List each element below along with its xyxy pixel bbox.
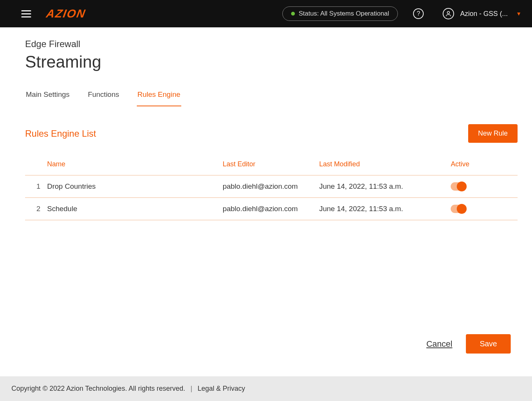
status-pill[interactable]: Status: All Systems Operational	[282, 6, 398, 21]
row-name: Drop Countries	[47, 182, 223, 191]
save-button[interactable]: Save	[466, 334, 511, 354]
breadcrumb: Edge Firewall	[25, 39, 518, 49]
chevron-down-icon: ▼	[516, 11, 521, 17]
cancel-button[interactable]: Cancel	[426, 339, 452, 349]
footer-copyright: Copyright © 2022 Azion Technologies. All…	[11, 385, 185, 393]
menu-icon[interactable]	[21, 10, 31, 17]
col-active: Active	[451, 160, 512, 168]
row-index: 2	[30, 205, 47, 213]
logo[interactable]: AZION	[45, 7, 87, 20]
row-editor: pablo.diehl@azion.com	[223, 205, 319, 213]
tab-functions[interactable]: Functions	[87, 87, 120, 106]
row-name: Schedule	[47, 205, 223, 213]
col-editor: Last Editor	[223, 160, 319, 168]
table-row[interactable]: 2 Schedule pablo.diehl@azion.com June 14…	[25, 198, 518, 220]
tab-rules-engine[interactable]: Rules Engine	[137, 87, 181, 106]
col-name: Name	[47, 160, 223, 168]
rules-table: # Name Last Editor Last Modified Active …	[25, 153, 518, 220]
table-header: # Name Last Editor Last Modified Active	[25, 153, 518, 175]
row-modified: June 14, 2022, 11:53 a.m.	[319, 182, 451, 191]
new-rule-button[interactable]: New Rule	[468, 124, 518, 143]
row-index: 1	[30, 182, 47, 191]
user-label: Azion - GSS (...	[460, 10, 508, 18]
svg-point-0	[447, 11, 450, 14]
page-body: Edge Firewall Streaming Main Settings Fu…	[0, 27, 532, 376]
footer: Copyright © 2022 Azion Technologies. All…	[0, 376, 532, 401]
help-icon[interactable]: ?	[413, 8, 424, 19]
page-title: Streaming	[25, 52, 518, 71]
list-header: Rules Engine List New Rule	[25, 124, 518, 143]
status-dot-icon	[291, 12, 295, 16]
tab-main-settings[interactable]: Main Settings	[25, 87, 70, 106]
footer-legal-link[interactable]: Legal & Privacy	[198, 385, 245, 393]
row-editor: pablo.diehl@azion.com	[223, 182, 319, 191]
active-toggle[interactable]	[451, 205, 466, 213]
table-row[interactable]: 1 Drop Countries pablo.diehl@azion.com J…	[25, 175, 518, 198]
tabs: Main Settings Functions Rules Engine	[25, 87, 518, 107]
user-menu[interactable]: Azion - GSS (... ▼	[443, 8, 521, 19]
action-bar: Cancel Save	[426, 334, 511, 354]
list-title: Rules Engine List	[25, 128, 96, 139]
top-bar: AZION Status: All Systems Operational ? …	[0, 0, 532, 27]
col-modified: Last Modified	[319, 160, 451, 168]
active-toggle[interactable]	[451, 182, 466, 191]
status-label: Status: All Systems Operational	[299, 10, 389, 17]
avatar-icon	[443, 8, 454, 19]
row-modified: June 14, 2022, 11:53 a.m.	[319, 205, 451, 213]
footer-sep: |	[190, 385, 192, 393]
